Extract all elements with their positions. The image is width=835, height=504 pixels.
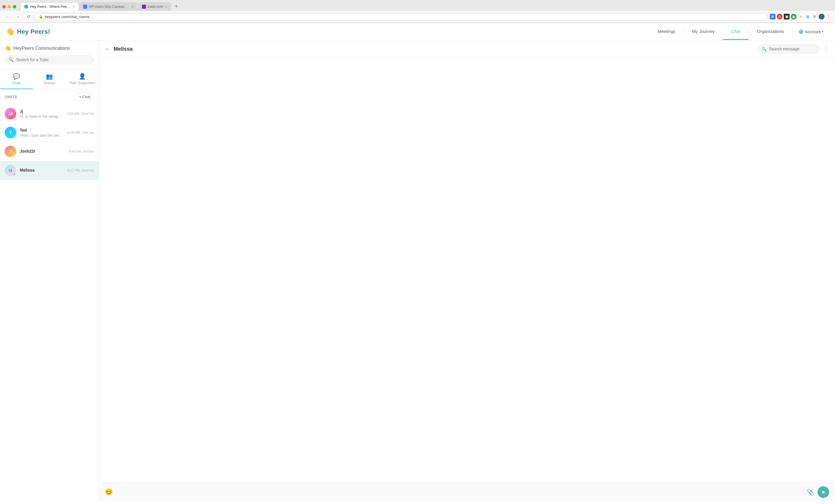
chat-item-melissa[interactable]: M Melissa 8:12 PM, 23rd Feb [0, 161, 99, 180]
search-message-icon: 🔍 [762, 47, 767, 51]
ext-icon-6[interactable]: ▤ [805, 14, 811, 20]
maximize-window-button[interactable] [13, 5, 16, 8]
nav-item-my-journey[interactable]: My Journey [684, 24, 723, 40]
main-content: 👋 HeyPeers Communications 🔍 💬 Chats 👥 Gr… [0, 40, 835, 501]
browser-tab-2[interactable]: HP Users Drip Campaign - Go... × [79, 2, 138, 11]
ext-icon-4[interactable]: ◉ [791, 14, 797, 20]
browser-extensions: ⊕ ◎ ▣ ◉ ≡ ▤ ⊞ 👤 ⋮ [770, 14, 832, 20]
search-message-input[interactable] [769, 47, 815, 51]
chat-info-melissa: Melissa [20, 168, 64, 173]
chat-header: ← Melissa 🔍 ⋮ [99, 40, 835, 58]
hand-icon: 👋 [5, 45, 11, 52]
ext-icon-3[interactable]: ▣ [784, 14, 790, 20]
avatar-label-ted: T [9, 130, 12, 135]
chat-list: JJ Jj Hi Jj! Here is the design for your… [0, 104, 99, 501]
forward-button[interactable]: › [14, 13, 22, 21]
avatar-label-josh: J [9, 149, 12, 154]
sidebar-title-text: HeyPeers Communications [14, 46, 70, 51]
back-button[interactable]: ← [105, 46, 110, 52]
message-input[interactable] [116, 490, 803, 495]
reload-button[interactable]: ↺ [24, 13, 33, 21]
ext-icon-2[interactable]: ◎ [777, 14, 782, 20]
avatar-melissa: M [5, 165, 16, 176]
tab-title-active: Hey Peers - Where Peers and... [30, 5, 71, 9]
chrome-menu-button[interactable]: ⋮ [826, 14, 832, 20]
chat-name-josh22r: Josh22r [20, 149, 65, 154]
nav-item-meetings[interactable]: Meetings [649, 24, 684, 40]
chat-input-area: 😊 📎 ➤ [99, 482, 835, 501]
sidebar-header: 👋 HeyPeers Communications 🔍 [0, 40, 99, 69]
nav-item-organizations[interactable]: Organizations [749, 24, 792, 40]
attach-button[interactable]: 📎 [807, 488, 814, 496]
logo-icon: 👋 [6, 28, 15, 36]
close-window-button[interactable] [2, 5, 6, 8]
avatar-label-jj: JJ [8, 111, 13, 116]
avatar-josh22r: J [5, 146, 16, 157]
tab-close-button-3[interactable]: × [165, 4, 167, 9]
chat-meta-josh22r: 9:40 PM, 3rd Dec [69, 150, 94, 153]
chat-info-ted: Ted Yeah. I just saw the emails. Thanks! [20, 128, 63, 138]
tab-favicon [24, 5, 28, 9]
browser-tab-3[interactable]: Later.com × [138, 2, 171, 11]
sidebar-tab-peer-supporters[interactable]: 👤 Peer Supporters [66, 69, 99, 89]
logo-text: Hey Peers! [17, 28, 50, 36]
sidebar-tab-chats[interactable]: 💬 Chats [0, 69, 33, 89]
new-tab-button[interactable]: + [173, 3, 180, 10]
more-options-button[interactable]: ⋮ [823, 45, 829, 53]
chat-area: ← Melissa 🔍 ⋮ 😊 📎 ➤ [99, 40, 835, 501]
send-button[interactable]: ➤ [817, 486, 829, 498]
new-chat-button[interactable]: + Chat [75, 93, 94, 101]
app-logo: 👋 Hey Peers! [6, 28, 50, 36]
browser-tab-active[interactable]: Hey Peers - Where Peers and... × [20, 2, 79, 11]
tab-close-button-2[interactable]: × [131, 4, 134, 9]
chats-section-label: CHATS [5, 95, 17, 99]
gear-icon: ⚙️ [798, 29, 804, 34]
topic-search-bar[interactable]: 🔍 [5, 55, 94, 64]
chat-item-ted[interactable]: T Ted Yeah. I just saw the emails. Thank… [0, 123, 99, 142]
current-chat-name: Melissa [114, 46, 133, 52]
chat-preview-ted: Yeah. I just saw the emails. Thanks! [20, 133, 63, 138]
chats-section-header: CHATS + Chat [0, 89, 99, 104]
tab-close-button[interactable]: × [73, 4, 75, 9]
search-message-bar[interactable]: 🔍 [757, 45, 820, 53]
chevron-down-icon: ▾ [822, 30, 823, 33]
url-text: heypeers.com/chat_rooms [45, 15, 89, 19]
back-button[interactable]: ‹ [3, 13, 12, 21]
minimize-window-button[interactable] [7, 5, 11, 8]
online-status-indicator [14, 173, 16, 176]
emoji-button[interactable]: 😊 [105, 488, 113, 496]
ext-icon-5[interactable]: ≡ [798, 14, 803, 20]
chats-tab-label: Chats [12, 81, 21, 85]
chat-header-left: ← Melissa [105, 46, 133, 52]
browser-tab-bar: Hey Peers - Where Peers and... × HP User… [0, 0, 835, 11]
chat-meta-melissa: 8:12 PM, 23rd Feb [67, 169, 94, 172]
sidebar-tab-groups[interactable]: 👥 Groups [33, 69, 66, 89]
groups-tab-icon: 👥 [46, 73, 53, 80]
groups-tab-label: Groups [44, 81, 55, 85]
ext-icon-1[interactable]: ⊕ [770, 14, 776, 20]
chat-name-jj: Jj [20, 109, 63, 114]
chat-info-josh22r: Josh22r [20, 149, 65, 154]
chats-tab-icon: 💬 [13, 73, 20, 80]
chat-messages [99, 58, 835, 482]
chat-item-jj[interactable]: JJ Jj Hi Jj! Here is the design for your… [0, 104, 99, 123]
chat-preview-jj: Hi Jj! Here is the design for your group… [20, 114, 63, 119]
address-bar[interactable]: 🔒 heypeers.com/chat_rooms [35, 13, 768, 20]
profile-button[interactable]: 👤 [819, 14, 824, 20]
tab-favicon-3 [142, 5, 146, 9]
chat-item-josh22r[interactable]: J Josh22r 9:40 PM, 3rd Dec [0, 142, 99, 161]
chat-meta-jj: 7:24 AM, 22nd Feb [67, 112, 94, 115]
nav-items: Meetings My Journey Chat Organizations ⚙… [649, 24, 829, 40]
lock-icon: 🔒 [39, 15, 43, 19]
avatar-jj: JJ [5, 108, 16, 119]
nav-item-chat[interactable]: Chat [723, 24, 749, 40]
topic-search-input[interactable] [16, 57, 90, 62]
traffic-lights [2, 5, 16, 8]
nav-account-button[interactable]: ⚙️ Account ▾ [792, 24, 829, 40]
sidebar-tabs: 💬 Chats 👥 Groups 👤 Peer Supporters [0, 69, 99, 89]
tab-favicon-2 [83, 5, 87, 9]
chat-name-melissa: Melissa [20, 168, 64, 173]
extensions-button[interactable]: ⊞ [812, 14, 817, 20]
tab-title-3: Later.com [148, 5, 163, 9]
avatar-label-melissa: M [9, 168, 12, 173]
